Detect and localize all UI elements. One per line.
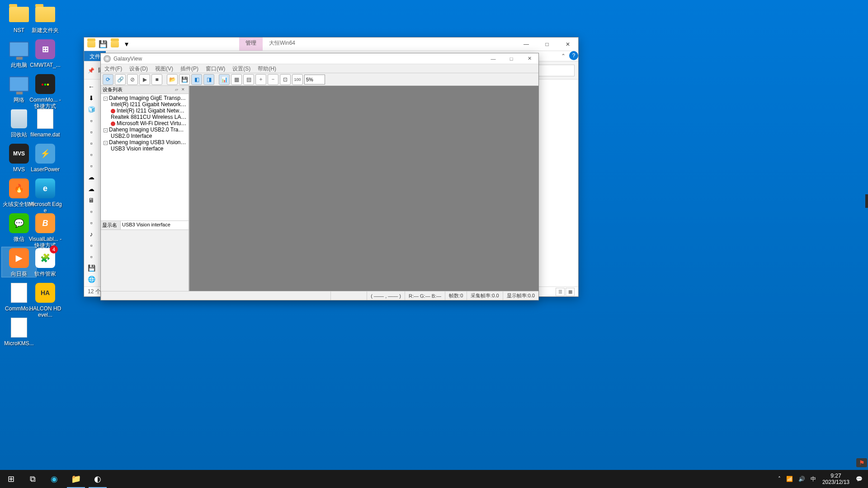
nav-item[interactable]: ▫ — [86, 150, 97, 159]
nav-item[interactable]: ▫ — [86, 241, 97, 250]
nav-item[interactable]: ▫ — [86, 139, 97, 148]
tree-node[interactable]: Realtek 8811CU Wireless LAN 802.… — [102, 114, 188, 120]
start-button[interactable]: ⊞ — [0, 470, 22, 488]
desktop-icon-newfolder[interactable]: 新建文件夹 — [28, 4, 62, 33]
save-icon[interactable]: 💾 — [98, 39, 108, 49]
tray-notifications-icon[interactable]: 💬 — [853, 476, 865, 482]
nav-item[interactable]: ⬇ — [86, 94, 97, 102]
device-tree[interactable]: -Daheng Imaging GigE TransportLayerIntel… — [101, 94, 189, 221]
panel-right-icon[interactable]: ◨ — [203, 74, 214, 85]
desktop-icon-cmwtat[interactable]: ⊞CMWTAT_... — [28, 38, 62, 68]
taskbar-explorer[interactable]: 📁 — [65, 470, 87, 488]
back-icon[interactable]: ← — [86, 82, 97, 91]
view-details-icon[interactable]: ☰ — [556, 288, 565, 296]
menu-view[interactable]: 视图(V) — [151, 64, 177, 73]
nav-item[interactable]: ▫ — [86, 253, 97, 261]
zoom-100-icon[interactable]: 100 — [292, 74, 303, 85]
zoom-in-icon[interactable]: ＋ — [255, 74, 266, 85]
grid2-icon[interactable]: ▤ — [243, 74, 254, 85]
nav-item[interactable]: 🌐 — [86, 275, 97, 284]
menu-window[interactable]: 窗口(W) — [202, 64, 229, 73]
panel-close-icon[interactable]: ✕ — [181, 87, 187, 93]
galaxy-titlebar[interactable]: GalaxyView — □ ✕ — [101, 53, 538, 64]
desktop-icon-visuallabl[interactable]: BVisualLabl... - 快捷方式 — [28, 212, 62, 249]
save-icon[interactable]: 💾 — [179, 74, 190, 85]
fit-icon[interactable]: ⊡ — [280, 74, 291, 85]
refresh-icon[interactable]: ⟳ — [103, 74, 113, 85]
panel-left-icon[interactable]: ◧ — [191, 74, 202, 85]
desktop-icon-halcon[interactable]: HAHALCON HDevel... — [28, 282, 62, 318]
nav-item[interactable]: 💾 — [86, 264, 97, 272]
property-row: 显示名称 USB3 Vision interface — [101, 221, 189, 230]
help-button[interactable]: ? — [569, 51, 578, 60]
nav-item[interactable]: ♪ — [86, 230, 97, 238]
nav-item[interactable]: ☁ — [86, 173, 97, 182]
image-viewport[interactable] — [189, 86, 538, 291]
nav-item[interactable]: ▫ — [86, 207, 97, 216]
disconnect-icon[interactable]: ⊘ — [127, 74, 138, 85]
tray-wifi-icon[interactable]: 📶 — [783, 476, 796, 482]
tree-node[interactable]: Intel(R) I211 Gigabit Networ… — [102, 108, 188, 114]
zoom-input[interactable] — [304, 75, 325, 84]
nav-item[interactable]: ▫ — [86, 162, 97, 170]
app-icon — [104, 55, 111, 62]
view-icons-icon[interactable]: ▦ — [566, 288, 575, 296]
open-icon[interactable]: 📂 — [167, 74, 178, 85]
desktop-icon-microkms[interactable]: MicroKMS... — [2, 317, 36, 347]
close-button[interactable]: ✕ — [520, 53, 538, 64]
tree-node[interactable]: Microsoft Wi-Fi Direct Virtu… — [102, 120, 188, 127]
desktop-icon-commmo[interactable]: ●●●CommMo... - 快捷方式 — [28, 73, 62, 109]
tree-node[interactable]: USB3 Vision interface — [102, 145, 188, 152]
explorer-titlebar[interactable]: 💾 ▾ 管理 大恒Win64 — □ ✕ — [84, 38, 578, 51]
ribbon-collapse-icon[interactable]: ⌃ — [557, 51, 569, 61]
taskbar-clock[interactable]: 9:27 2023/12/13 — [819, 473, 853, 485]
stop-icon[interactable]: ■ — [151, 74, 162, 85]
maximize-button[interactable]: □ — [502, 53, 520, 64]
nav-item[interactable]: 🧊 — [86, 105, 97, 113]
taskbar-edge[interactable]: ◉ — [43, 470, 65, 488]
dropdown-icon[interactable]: ▾ — [121, 39, 132, 49]
panel-float-icon[interactable]: ▱ — [175, 87, 180, 93]
tree-node[interactable]: -Daheng Imaging USB3 Vision Transpor… — [102, 139, 188, 145]
taskbar-galaxyview[interactable]: ◐ — [87, 470, 108, 488]
connect-icon[interactable]: 🔗 — [115, 74, 126, 85]
menu-device[interactable]: 设备(D) — [126, 64, 151, 73]
nav-item[interactable]: ☁ — [86, 184, 97, 193]
side-handle[interactable] — [865, 194, 868, 208]
menu-help[interactable]: 帮助(H) — [254, 64, 280, 73]
desktop-icon-softwaremgr[interactable]: 🧩4软件管家 — [28, 247, 62, 277]
tray-volume-icon[interactable]: 🔊 — [796, 476, 808, 482]
tree-node[interactable]: Intel(R) I211 Gigabit Network Co… — [102, 101, 188, 108]
explorer-title: 大恒Win64 — [263, 38, 302, 51]
notification-badge-icon[interactable]: ⚑ — [856, 458, 867, 467]
desktop-icon-edge[interactable]: eMicrosoft Edge — [28, 178, 62, 214]
menu-file[interactable]: 文件(F) — [101, 64, 126, 73]
menu-settings[interactable]: 设置(S) — [229, 64, 254, 73]
minimize-button[interactable]: — — [484, 53, 502, 64]
taskbar: ⊞ ⧉ ◉ 📁 ◐ ˄ 📶 🔊 中 9:27 2023/12/13 💬 — [0, 470, 868, 488]
desktop-icon-laserpower[interactable]: ⚡LaserPower — [28, 143, 62, 173]
menu-plugin[interactable]: 插件(P) — [177, 64, 202, 73]
zoom-out-icon[interactable]: － — [268, 74, 278, 85]
nav-item[interactable]: ▫ — [86, 116, 97, 125]
task-view-button[interactable]: ⧉ — [22, 470, 43, 488]
pin-icon[interactable]: 📌 — [88, 67, 94, 74]
explorer-sidebar: ← ⬇ 🧊 ▫ ▫ ▫ ▫ ▫ ☁ ☁ 🖥 ▫ ▫ ♪ ▫ ▫ 💾 🌐 — [84, 80, 99, 286]
nav-item[interactable]: ▫ — [86, 127, 97, 136]
tree-node[interactable]: USB2.0 Interface — [102, 133, 188, 139]
tree-node[interactable]: -Daheng Imaging USB2.0 TransportLayer — [102, 127, 188, 133]
desktop-icon-filenamedat[interactable]: filename.dat — [28, 108, 62, 138]
nav-item[interactable]: ▫ — [86, 218, 97, 227]
maximize-button[interactable]: □ — [537, 38, 557, 51]
tree-node[interactable]: -Daheng Imaging GigE TransportLayer — [102, 95, 188, 101]
tray-ime[interactable]: 中 — [808, 475, 819, 483]
nav-item[interactable]: 🖥 — [86, 196, 97, 204]
galaxy-toolbar: ⟳ 🔗 ⊘ ▶ ■ 📂 💾 ◧ ◨ 📊 ▦ ▤ ＋ － ⊡ 100 — [101, 73, 538, 86]
tray-expand-icon[interactable]: ˄ — [775, 476, 783, 482]
close-button[interactable]: ✕ — [557, 38, 578, 51]
play-icon[interactable]: ▶ — [139, 74, 150, 85]
explorer-context-tab[interactable]: 管理 — [239, 38, 263, 51]
grid-icon[interactable]: ▦ — [231, 74, 242, 85]
chart-icon[interactable]: 📊 — [219, 74, 230, 85]
minimize-button[interactable]: — — [516, 38, 537, 51]
